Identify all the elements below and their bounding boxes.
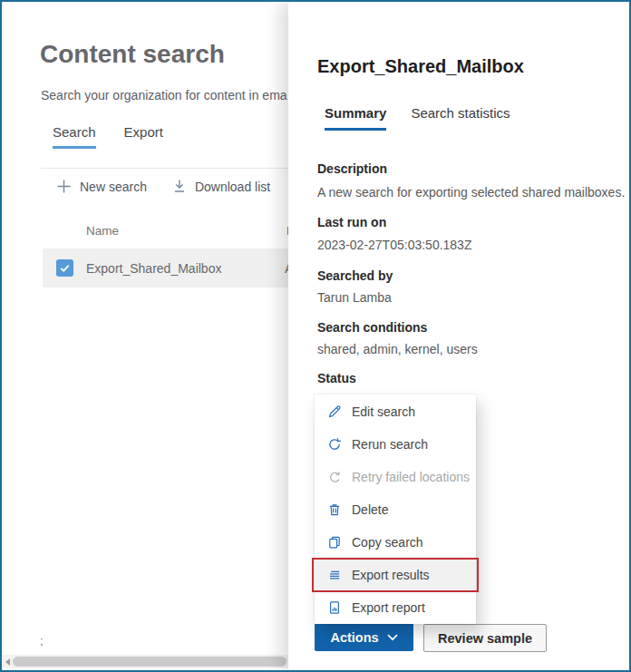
report-chart-icon [327,600,342,615]
search-conditions-label: Search conditions [317,320,427,335]
menu-item-label: Edit search [352,404,415,419]
menu-item-label: Export report [352,600,425,615]
list-icon [327,568,342,582]
refresh-icon [327,437,342,452]
tab-export[interactable]: Export [124,124,163,149]
pencil-icon [327,404,342,419]
searched-by-label: Searched by [317,268,393,283]
retry-arrow-icon [327,470,342,484]
new-search-button[interactable]: New search [56,179,147,194]
toolbar-divider [41,168,295,169]
menu-item-export-results[interactable]: Export results [315,559,476,591]
review-sample-label: Review sample [438,631,532,646]
menu-item-label: Retry failed locations [352,470,470,484]
search-conditions-value: shared, admin, kernel, users [317,342,478,356]
flyout-title: Export_Shared_Mailbox [317,56,524,77]
toolbar: New search Download list [56,178,313,195]
download-icon [172,179,187,194]
row-name-cell[interactable]: Export_Shared_Mailbox [86,261,221,276]
new-search-label: New search [80,180,147,194]
tab-search[interactable]: Search [53,124,96,149]
download-list-label: Download list [195,180,270,194]
checkmark-icon [59,262,71,274]
menu-item-copy-search[interactable]: Copy search [315,526,476,559]
review-sample-button[interactable]: Review sample [423,624,547,652]
column-header-name[interactable]: Name [86,224,119,238]
tab-summary[interactable]: Summary [325,105,386,131]
flyout-tabs: Summary Search statistics [325,105,510,131]
actions-button[interactable]: Actions [315,623,413,651]
download-list-button[interactable]: Download list [172,179,270,194]
scrollbar-thumb[interactable] [13,657,286,667]
last-run-on-value: 2023-02-27T05:03:50.183Z [317,238,471,252]
horizontal-scrollbar[interactable] [2,655,290,668]
plus-icon [56,179,72,194]
row-checkbox[interactable] [56,259,73,277]
description-value: A new search for exporting selected shar… [317,185,625,200]
trash-icon [327,502,342,517]
page-title: Content search [40,40,225,69]
menu-item-export-report[interactable]: Export report [315,591,476,624]
searched-by-value: Tarun Lamba [317,290,392,305]
menu-item-delete[interactable]: Delete [315,493,476,526]
status-label: Status [317,371,356,385]
menu-item-edit-search[interactable]: Edit search [315,395,476,428]
page-subtitle: Search your organization for content in … [41,88,287,102]
page-tabs: Search Export [53,124,163,149]
menu-item-rerun-search[interactable]: Rerun search [315,428,476,461]
menu-item-label: Copy search [352,535,423,550]
content-search-app: Content search Search your organization … [0,0,631,672]
chevron-down-icon [387,634,398,641]
tab-search-statistics[interactable]: Search statistics [411,105,510,131]
description-label: Description [317,161,387,176]
menu-item-label: Delete [352,502,388,517]
menu-item-retry-failed-locations[interactable]: Retry failed locations [315,461,476,493]
menu-item-label: Rerun search [352,437,428,452]
menu-item-label: Export results [352,568,430,582]
last-run-on-label: Last run on [317,215,386,229]
scrollbar-left-arrow-icon[interactable] [5,658,10,666]
stray-character: ; [40,634,44,648]
actions-dropdown-menu: Edit search Rerun search Retry failed lo… [315,394,476,624]
copy-icon [327,535,342,550]
actions-button-label: Actions [330,630,378,645]
